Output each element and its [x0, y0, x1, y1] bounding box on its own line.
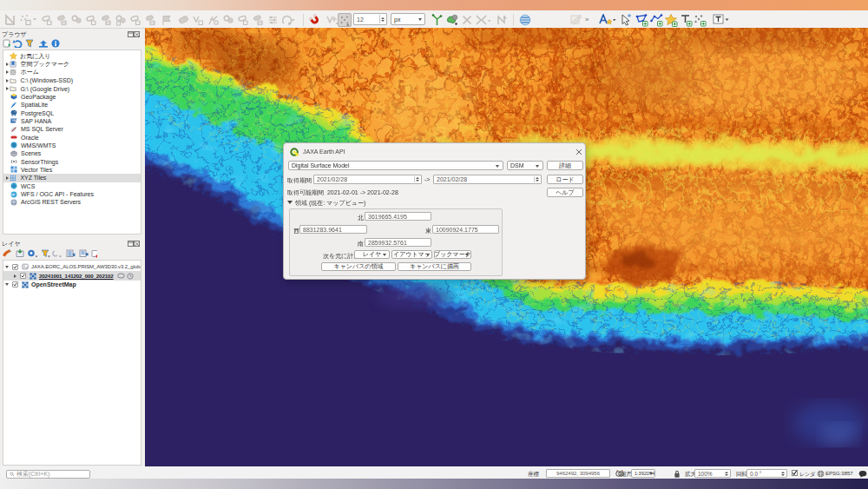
svg-text:SAP: SAP: [11, 120, 17, 123]
